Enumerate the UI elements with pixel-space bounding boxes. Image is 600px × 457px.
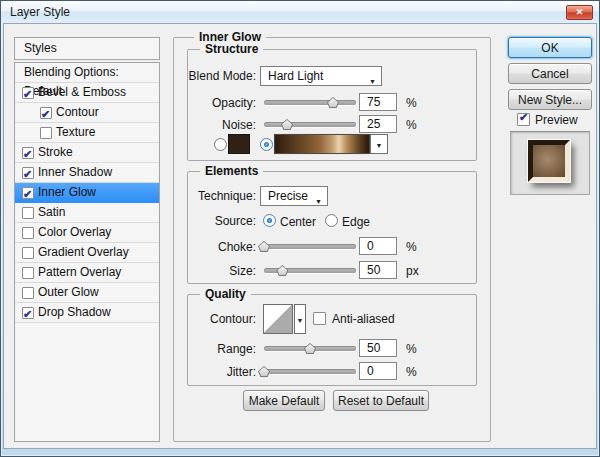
size-slider[interactable] — [264, 263, 356, 277]
jitter-slider[interactable] — [264, 364, 356, 378]
noise-slider-track[interactable] — [264, 122, 356, 127]
choke-unit: % — [406, 240, 417, 254]
noise-slider[interactable] — [264, 117, 356, 131]
size-input[interactable] — [359, 261, 397, 279]
titlebar[interactable]: Layer Style ✕ — [1, 1, 599, 23]
ok-button[interactable]: OK — [508, 37, 592, 58]
checkbox-icon[interactable]: ✔ — [22, 167, 34, 179]
layer-style-dialog: Layer Style ✕ Styles Blending Options: D… — [0, 0, 600, 457]
gradient-dropdown-button[interactable]: ▼ — [370, 134, 388, 154]
checkbox-icon[interactable]: ✔ — [22, 87, 34, 99]
noise-input[interactable] — [359, 115, 397, 133]
jitter-label: Jitter: — [131, 365, 256, 379]
jitter-slider-track[interactable] — [264, 369, 356, 374]
preview-panel — [510, 131, 590, 195]
jitter-unit: % — [406, 365, 417, 379]
range-label: Range: — [131, 342, 256, 356]
size-label: Size: — [131, 264, 256, 278]
structure-legend: Structure — [200, 42, 263, 56]
chevron-down-icon: ▼ — [315, 193, 322, 211]
checkbox-icon[interactable] — [22, 267, 34, 279]
jitter-input[interactable] — [359, 362, 397, 380]
choke-slider-track[interactable] — [264, 244, 356, 249]
range-slider-thumb[interactable] — [304, 343, 316, 354]
preview-checkbox[interactable]: ✔ — [517, 113, 530, 126]
checkbox-icon[interactable] — [22, 227, 34, 239]
quality-legend: Quality — [200, 287, 251, 301]
anti-aliased-label: Anti-aliased — [332, 312, 395, 326]
size-unit: px — [406, 264, 419, 278]
preview-label: Preview — [535, 113, 578, 127]
source-center-radio[interactable] — [263, 214, 276, 227]
sidebar-item-inner-shadow[interactable]: ✔ Inner Shadow — [15, 163, 159, 183]
reset-to-default-button[interactable]: Reset to Default — [333, 390, 429, 411]
technique-label: Technique: — [131, 189, 256, 203]
source-edge-radio[interactable] — [325, 214, 338, 227]
new-style-button[interactable]: New Style... — [508, 89, 592, 110]
make-default-button[interactable]: Make Default — [243, 390, 325, 411]
checkbox-icon[interactable]: ✔ — [22, 307, 34, 319]
gradient-picker[interactable] — [274, 134, 370, 154]
choke-slider-thumb[interactable] — [258, 241, 270, 252]
dialog-body: Styles Blending Options: Default ✔ Bevel… — [3, 23, 597, 449]
opacity-input[interactable] — [359, 93, 397, 111]
checkbox-icon[interactable] — [22, 207, 34, 219]
gradient-radio[interactable] — [260, 138, 273, 151]
noise-slider-thumb[interactable] — [281, 119, 293, 130]
checkbox-icon[interactable] — [22, 247, 34, 259]
checkbox-icon[interactable] — [40, 127, 52, 139]
noise-unit: % — [406, 118, 417, 132]
sidebar-item-stroke[interactable]: ✔ Stroke — [15, 143, 159, 163]
choke-input[interactable] — [359, 237, 397, 255]
chevron-down-icon: ▼ — [369, 73, 376, 91]
checkbox-icon[interactable]: ✔ — [22, 187, 34, 199]
jitter-slider-thumb[interactable] — [258, 366, 270, 377]
close-icon[interactable]: ✕ — [566, 5, 593, 20]
contour-thumbnail[interactable] — [263, 304, 293, 334]
solid-color-radio[interactable] — [214, 138, 227, 151]
blend-mode-label: Blend Mode: — [131, 69, 256, 83]
blend-mode-select[interactable]: Hard Light ▼ — [260, 66, 382, 86]
opacity-label: Opacity: — [131, 96, 256, 110]
checkbox-icon[interactable]: ✔ — [40, 107, 52, 119]
opacity-slider[interactable] — [264, 95, 356, 109]
source-label: Source: — [131, 214, 256, 228]
source-center-label: Center — [280, 215, 316, 229]
glow-color-swatch[interactable] — [228, 134, 250, 154]
checkbox-icon[interactable] — [22, 287, 34, 299]
anti-aliased-checkbox[interactable] — [313, 312, 326, 325]
opacity-slider-thumb[interactable] — [327, 97, 339, 108]
technique-select[interactable]: Precise ▼ — [260, 186, 328, 206]
window-title: Layer Style — [10, 5, 70, 19]
checkbox-icon[interactable]: ✔ — [22, 147, 34, 159]
opacity-unit: % — [406, 96, 417, 110]
contour-label: Contour: — [131, 312, 256, 326]
chevron-down-icon: ▼ — [376, 142, 383, 149]
choke-slider[interactable] — [264, 239, 356, 253]
source-edge-label: Edge — [342, 215, 370, 229]
range-unit: % — [406, 342, 417, 356]
range-slider[interactable] — [264, 341, 356, 355]
noise-label: Noise: — [131, 118, 256, 132]
elements-legend: Elements — [200, 164, 263, 178]
contour-dropdown-button[interactable]: ▼ — [294, 304, 306, 334]
size-slider-thumb[interactable] — [276, 265, 288, 276]
styles-header[interactable]: Styles — [14, 37, 160, 60]
opacity-slider-track[interactable] — [264, 100, 356, 105]
cancel-button[interactable]: Cancel — [508, 63, 592, 84]
choke-label: Choke: — [131, 240, 256, 254]
range-input[interactable] — [359, 339, 397, 357]
sidebar-item-outer-glow[interactable]: Outer Glow — [15, 283, 159, 303]
chevron-down-icon: ▼ — [297, 317, 304, 324]
style-preview-thumbnail — [528, 140, 570, 182]
